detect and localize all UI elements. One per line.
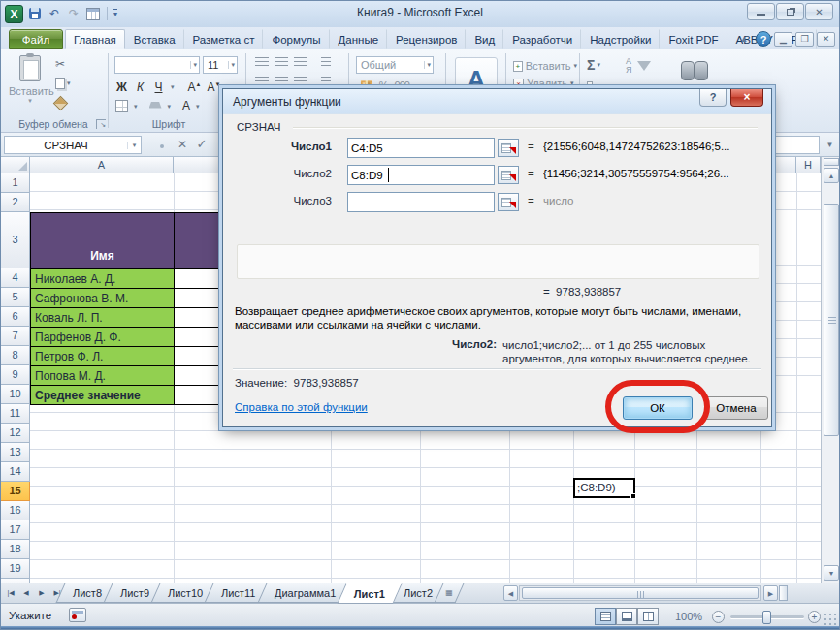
row-header-15[interactable]: 15 [1,482,30,501]
page-break-view-button[interactable] [637,608,659,625]
ribbon-tab-0[interactable]: Главная [65,29,125,49]
align-left-icon[interactable] [255,77,269,87]
dialog-title-bar[interactable]: Аргументы функции [223,89,771,114]
insert-cells-button[interactable]: + Вставить▾ [513,57,577,75]
workbook-restore-button[interactable]: ❒ [795,32,814,47]
cell-a5[interactable]: Сафронова В. М. [30,288,175,308]
arg1-input[interactable] [347,138,495,158]
row-header-12[interactable]: 12 [1,424,30,443]
ribbon-tab-4[interactable]: Данные [330,29,388,49]
row-header-1[interactable]: 1 [1,173,30,193]
paste-dropdown-icon[interactable]: ▾ [9,97,51,105]
fill-color-icon[interactable] [149,102,162,111]
paste-button[interactable]: Вставить ▾ [9,55,51,125]
underline-dropdown-icon[interactable]: ▾ [171,83,175,91]
h-scroll-track[interactable] [519,585,761,601]
ribbon-tab-3[interactable]: Формулы [263,29,329,49]
arg2-range-picker-icon[interactable] [498,166,519,184]
name-box-dropdown-icon[interactable]: ▾ [127,142,141,149]
help-icon[interactable]: ? [756,31,771,47]
align-top-icon[interactable] [255,57,269,68]
row-header-13[interactable]: 13 [1,443,30,462]
zoom-level[interactable]: 100% [675,611,702,622]
row-header-16[interactable]: 16 [1,501,30,520]
ribbon-tab-7[interactable]: Разработчи [503,29,581,49]
zoom-in-icon[interactable]: + [808,611,821,623]
cell-a9[interactable]: Попова М. Д. [30,365,175,386]
row-header-11[interactable]: 11 [1,404,30,424]
row-header-5[interactable]: 5 [1,288,30,307]
row-header-18[interactable]: 18 [1,540,30,559]
next-sheet-icon[interactable]: ▶ [35,586,48,600]
underline-button[interactable]: Ч [152,80,165,94]
ribbon-tab-5[interactable]: Рецензиров [387,29,466,49]
number-format-combo[interactable]: Общий▾ [356,56,434,74]
ribbon-tab-8[interactable]: Надстройки [581,29,660,49]
cell-a8[interactable]: Петров Ф. Л. [30,346,175,366]
format-painter-button[interactable] [55,96,84,110]
normal-view-button[interactable] [595,608,616,625]
orientation-icon[interactable] [321,57,331,68]
select-all-corner[interactable] [1,157,30,173]
row-header-7[interactable]: 7 [1,327,30,346]
name-box-resize-handle[interactable] [160,144,164,148]
close-button[interactable]: ✕ [805,3,833,20]
cell-a7[interactable]: Парфенов Д. Ф. [30,327,175,347]
name-box[interactable]: СРЗНАЧ ▾ [4,136,142,154]
workbook-close-button[interactable]: ✕ [817,32,835,47]
expand-formula-bar-icon[interactable]: ▼ [823,138,837,152]
resize-grip[interactable] [824,613,836,625]
formula-input[interactable] [772,136,820,154]
tab-file[interactable]: Файл [9,29,63,49]
h-scroll-thumb[interactable] [522,587,759,599]
scroll-up-icon[interactable]: ▲ [824,168,839,183]
restore-button[interactable] [776,3,804,20]
cell-a10[interactable]: Среднее значение [30,385,175,405]
arg2-input[interactable] [347,165,495,185]
shrink-font-button[interactable]: А▼ [207,80,220,94]
align-right-icon[interactable] [294,77,307,87]
row-header-10[interactable]: 10 [1,385,30,404]
row-header-14[interactable]: 14 [1,462,30,482]
workbook-minimize-button[interactable]: ▁ [774,32,792,47]
arg3-input[interactable] [347,192,495,212]
font-name-combo[interactable]: ▾ [114,56,200,74]
row-header-4[interactable]: 4 [1,268,30,288]
merge-center-icon[interactable] [321,77,331,87]
cell-a4[interactable]: Николаев А. Д. [30,268,175,289]
function-help-link[interactable]: Справка по этой функции [235,401,368,413]
confirm-entry-icon[interactable]: ✓ [193,137,210,153]
cell-a6[interactable]: Коваль Л. П. [30,307,175,328]
align-middle-icon[interactable] [275,57,288,68]
dialog-help-button[interactable]: ? [699,89,727,107]
find-select-button[interactable] [680,57,709,82]
v-scroll-thumb[interactable] [824,204,839,436]
sheet-tab-5[interactable]: Лист1 [337,583,402,604]
borders-icon[interactable] [115,100,128,112]
row-header-19[interactable]: 19 [1,559,30,579]
font-color-icon[interactable]: А [182,101,190,111]
column-header-a[interactable]: A [30,157,174,173]
align-center-icon[interactable] [275,77,288,87]
macro-record-icon[interactable] [69,608,86,622]
first-sheet-icon[interactable]: |◀ [4,586,17,600]
copy-button[interactable]: ▾ [55,77,84,90]
v-split-handle[interactable] [824,158,839,166]
dialog-close-button[interactable]: × [730,89,763,107]
grow-font-button[interactable]: А▲ [188,80,202,94]
minimize-button[interactable] [747,3,775,20]
autosum-icon[interactable]: Σ [587,57,595,73]
column-header-h[interactable]: H [796,157,821,173]
font-size-combo[interactable]: 11▾ [203,56,238,74]
row-header-8[interactable]: 8 [1,346,30,365]
prev-sheet-icon[interactable]: ◀ [19,586,33,600]
row-header-2[interactable]: 2 [1,193,30,212]
italic-button[interactable]: К [134,80,146,94]
cancel-button[interactable]: Отмена [704,396,768,420]
row-header-17[interactable]: 17 [1,520,30,540]
ribbon-tab-1[interactable]: Вставка [125,29,184,49]
scroll-left-icon[interactable]: ◀ [503,585,518,601]
zoom-out-icon[interactable]: − [712,611,725,623]
row-header-6[interactable]: 6 [1,307,30,327]
align-bottom-icon[interactable] [294,57,307,68]
